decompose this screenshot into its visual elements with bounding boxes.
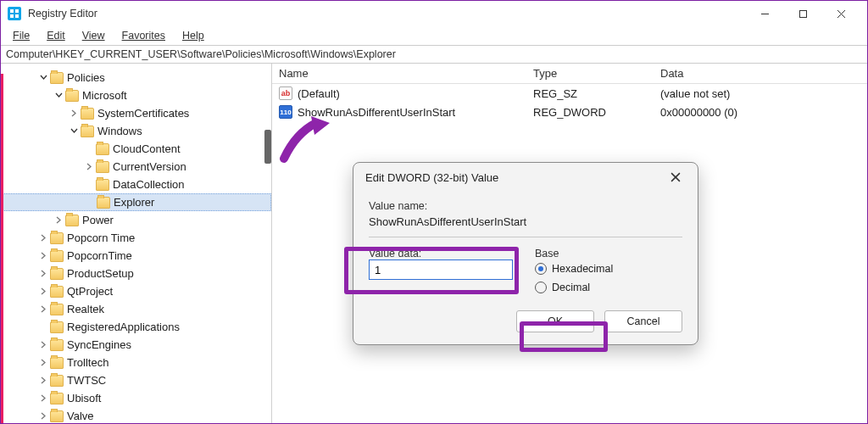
column-name[interactable]: Name [272,67,526,80]
tree-label: Explorer [114,196,154,209]
regedit-icon [8,7,21,20]
chevron-right-icon [38,269,48,279]
tree-label: Microsoft [82,89,127,102]
tree-node-windows[interactable]: Windows [1,122,271,140]
radio-hexadecimal[interactable]: Hexadecimal [535,259,682,278]
tree-node-policies[interactable]: Policies [1,69,271,86]
tree-scrollbar[interactable] [264,130,271,164]
tree-node-microsoft[interactable]: Microsoft [1,86,271,104]
chevron-right-icon [38,233,48,243]
tree-label: Policies [67,71,105,84]
radio-icon [535,282,547,293]
tree-node-twtsc[interactable]: TWTSC [1,371,271,389]
tree-node-realtek[interactable]: Realtek [1,300,271,318]
chevron-right-icon [69,109,79,119]
tree-node-datacollection[interactable]: DataCollection [1,176,271,193]
chevron-right-icon [84,162,94,172]
svg-rect-0 [10,9,14,13]
base-label: Base [535,248,682,259]
chevron-right-icon [53,215,64,226]
value-name: (Default) [298,87,340,100]
separator [369,237,682,237]
column-type[interactable]: Type [526,67,654,80]
close-button[interactable] [822,1,860,26]
svg-rect-1 [15,9,19,13]
svg-rect-5 [800,10,807,17]
folder-icon [50,304,64,315]
folder-icon [97,197,110,209]
folder-icon [50,357,64,369]
folder-icon [50,250,64,262]
address-bar[interactable]: Computer\HKEY_CURRENT_USER\Software\Poli… [1,45,867,64]
folder-icon [96,143,109,155]
tree-node-explorer[interactable]: Explorer [1,193,271,211]
titlebar: Registry Editor [1,1,867,26]
tree-node-ubisoft[interactable]: Ubisoft [1,389,271,407]
chevron-down-icon [38,73,48,83]
menu-edit[interactable]: Edit [38,28,74,43]
tree-label: Valve [67,410,94,422]
value-name-label: Value name: [369,200,682,212]
address-path: Computer\HKEY_CURRENT_USER\Software\Poli… [6,48,396,60]
tree-label: Popcorn Time [67,232,135,244]
menu-file[interactable]: File [4,28,38,43]
ok-button[interactable]: OK [516,310,594,332]
chevron-right-icon [38,340,48,350]
tree-label: Trolltech [67,356,108,369]
tree-label: Windows [97,125,142,137]
tree-node-currentversion[interactable]: CurrentVersion [1,158,271,176]
column-data[interactable]: Data [654,67,867,80]
cancel-button[interactable]: Cancel [604,310,682,332]
menu-view[interactable]: View [74,28,114,43]
folder-icon [50,375,64,387]
tree-label: SystemCertificates [97,107,189,120]
value-data-input[interactable] [369,259,513,280]
chevron-right-icon [38,393,48,404]
folder-icon [96,161,109,173]
tree-node-systemcertificates[interactable]: SystemCertificates [1,104,271,122]
menu-help[interactable]: Help [174,28,213,43]
maximize-button[interactable] [784,1,822,26]
chevron-right-icon [38,358,48,368]
radio-decimal[interactable]: Decimal [535,278,682,297]
tree-node-qtproject[interactable]: QtProject [1,282,271,300]
value-row[interactable]: ab(Default) REG_SZ (value not set) [272,84,867,103]
minimize-button[interactable] [746,1,784,26]
folder-icon [65,215,79,226]
tree-node-valve[interactable]: Valve [1,407,271,423]
value-data: (value not set) [654,87,867,100]
tree-node-productsetup[interactable]: ProductSetup [1,265,271,282]
tree-label: PopcornTime [67,249,132,262]
tree-label: DataCollection [113,178,185,191]
tree-node-popcorntime[interactable]: Popcorn Time [1,229,271,247]
folder-icon [50,286,64,298]
tree-label: Power [82,214,114,226]
tree-label: Ubisoft [67,392,101,404]
value-name: ShowRunAsDifferentUserInStart [298,106,455,119]
dialog-close-button[interactable] [665,167,686,187]
tree-node-registeredapplications[interactable]: RegisteredApplications [1,318,271,336]
folder-icon [81,108,94,120]
tree-label: Realtek [67,303,104,315]
value-type: REG_DWORD [526,106,654,119]
string-value-icon: ab [279,86,292,100]
tree-node-popcorntime2[interactable]: PopcornTime [1,247,271,265]
folder-icon [81,126,94,137]
value-data: 0x00000000 (0) [654,106,867,119]
value-data-label: Value data: [369,248,516,259]
tree-label: CurrentVersion [113,160,186,173]
menu-favorites[interactable]: Favorites [114,28,174,43]
tree-node-cloudcontent[interactable]: CloudContent [1,140,271,158]
menubar: File Edit View Favorites Help [1,26,867,45]
tree-label: CloudContent [113,142,181,155]
radio-label: Hexadecimal [552,263,613,275]
tree-node-syncengines[interactable]: SyncEngines [1,336,271,354]
value-row[interactable]: 110ShowRunAsDifferentUserInStart REG_DWO… [272,103,867,121]
folder-icon [96,179,109,191]
tree-node-power[interactable]: Power [1,211,271,229]
value-name-display: ShowRunAsDifferentUserInStart [369,215,682,228]
dword-value-icon: 110 [279,105,292,119]
folder-icon [50,72,64,84]
chevron-right-icon [38,287,48,297]
tree-node-trolltech[interactable]: Trolltech [1,354,271,371]
